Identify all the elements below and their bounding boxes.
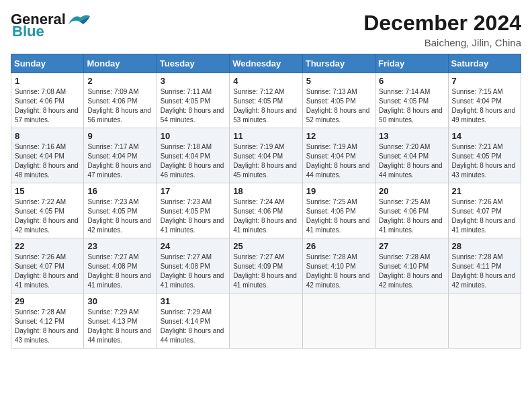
day-info: Sunrise: 7:13 AMSunset: 4:05 PMDaylight:…: [306, 87, 371, 125]
day-info: Sunrise: 7:25 AMSunset: 4:06 PMDaylight:…: [306, 197, 371, 235]
day-info: Sunrise: 7:16 AMSunset: 4:04 PMDaylight:…: [15, 142, 80, 180]
calendar-cell: 12Sunrise: 7:19 AMSunset: 4:04 PMDayligh…: [302, 128, 375, 183]
calendar-cell: 7Sunrise: 7:15 AMSunset: 4:04 PMDaylight…: [448, 73, 521, 128]
day-info: Sunrise: 7:23 AMSunset: 4:05 PMDaylight:…: [161, 197, 226, 235]
day-number: 20: [379, 186, 444, 196]
day-info: Sunrise: 7:26 AMSunset: 4:07 PMDaylight:…: [452, 197, 517, 235]
day-number: 2: [87, 76, 152, 86]
day-number: 12: [306, 131, 371, 141]
day-info: Sunrise: 7:29 AMSunset: 4:13 PMDaylight:…: [87, 308, 152, 345]
day-number: 18: [233, 186, 298, 196]
weekday-header-wednesday: Wednesday: [230, 54, 302, 73]
calendar-table: SundayMondayTuesdayWednesdayThursdayFrid…: [11, 54, 521, 349]
calendar-cell: 30Sunrise: 7:29 AMSunset: 4:13 PMDayligh…: [84, 293, 157, 349]
day-number: 22: [15, 241, 80, 251]
day-info: Sunrise: 7:14 AMSunset: 4:05 PMDaylight:…: [379, 87, 444, 125]
calendar-cell: 14Sunrise: 7:21 AMSunset: 4:05 PMDayligh…: [448, 128, 521, 183]
calendar-cell: 9Sunrise: 7:17 AMSunset: 4:04 PMDaylight…: [84, 128, 157, 183]
day-info: Sunrise: 7:25 AMSunset: 4:06 PMDaylight:…: [379, 197, 444, 235]
day-info: Sunrise: 7:27 AMSunset: 4:09 PMDaylight:…: [233, 253, 298, 290]
calendar-week-row: 15Sunrise: 7:22 AMSunset: 4:05 PMDayligh…: [11, 183, 521, 238]
calendar-cell: 16Sunrise: 7:23 AMSunset: 4:05 PMDayligh…: [84, 183, 157, 238]
title-block: December 2024 Baicheng, Jilin, China: [363, 11, 521, 48]
calendar-header-row: SundayMondayTuesdayWednesdayThursdayFrid…: [11, 54, 521, 73]
weekday-header-friday: Friday: [375, 54, 448, 73]
day-number: 31: [161, 296, 226, 306]
day-info: Sunrise: 7:15 AMSunset: 4:04 PMDaylight:…: [452, 87, 517, 125]
logo-text-blue: Blue: [12, 23, 44, 40]
day-info: Sunrise: 7:18 AMSunset: 4:04 PMDaylight:…: [161, 142, 226, 180]
calendar-cell: 1Sunrise: 7:08 AMSunset: 4:06 PMDaylight…: [11, 73, 84, 128]
day-number: 21: [452, 186, 517, 196]
calendar-cell: 17Sunrise: 7:23 AMSunset: 4:05 PMDayligh…: [157, 183, 229, 238]
logo: General Blue: [11, 11, 91, 40]
day-number: 27: [379, 241, 444, 251]
day-number: 7: [452, 76, 517, 86]
day-info: Sunrise: 7:28 AMSunset: 4:10 PMDaylight:…: [306, 253, 371, 290]
day-number: 11: [233, 131, 298, 141]
calendar-cell: 4Sunrise: 7:12 AMSunset: 4:05 PMDaylight…: [230, 73, 302, 128]
weekday-header-thursday: Thursday: [302, 54, 375, 73]
calendar-cell: [302, 293, 375, 349]
calendar-cell: [448, 293, 521, 349]
calendar-cell: 18Sunrise: 7:24 AMSunset: 4:06 PMDayligh…: [230, 183, 302, 238]
day-number: 26: [306, 241, 371, 251]
calendar-cell: 28Sunrise: 7:28 AMSunset: 4:11 PMDayligh…: [448, 238, 521, 293]
calendar-cell: 24Sunrise: 7:27 AMSunset: 4:08 PMDayligh…: [157, 238, 229, 293]
weekday-header-monday: Monday: [84, 54, 157, 73]
day-number: 5: [306, 76, 371, 86]
calendar-cell: 19Sunrise: 7:25 AMSunset: 4:06 PMDayligh…: [302, 183, 375, 238]
day-info: Sunrise: 7:23 AMSunset: 4:05 PMDaylight:…: [87, 197, 152, 235]
day-info: Sunrise: 7:27 AMSunset: 4:08 PMDaylight:…: [87, 253, 152, 290]
calendar-cell: 26Sunrise: 7:28 AMSunset: 4:10 PMDayligh…: [302, 238, 375, 293]
calendar-cell: 3Sunrise: 7:11 AMSunset: 4:05 PMDaylight…: [157, 73, 229, 128]
day-info: Sunrise: 7:11 AMSunset: 4:05 PMDaylight:…: [161, 87, 226, 125]
calendar-cell: 6Sunrise: 7:14 AMSunset: 4:05 PMDaylight…: [375, 73, 448, 128]
day-info: Sunrise: 7:21 AMSunset: 4:05 PMDaylight:…: [452, 142, 517, 180]
location-subtitle: Baicheng, Jilin, China: [363, 37, 521, 48]
calendar-cell: 2Sunrise: 7:09 AMSunset: 4:06 PMDaylight…: [84, 73, 157, 128]
calendar-cell: 5Sunrise: 7:13 AMSunset: 4:05 PMDaylight…: [302, 73, 375, 128]
day-info: Sunrise: 7:26 AMSunset: 4:07 PMDaylight:…: [15, 253, 80, 290]
day-number: 25: [233, 241, 298, 251]
logo-bird-icon: [67, 12, 91, 27]
day-info: Sunrise: 7:24 AMSunset: 4:06 PMDaylight:…: [233, 197, 298, 235]
calendar-cell: 29Sunrise: 7:28 AMSunset: 4:12 PMDayligh…: [11, 293, 84, 349]
day-number: 23: [87, 241, 152, 251]
calendar-cell: 21Sunrise: 7:26 AMSunset: 4:07 PMDayligh…: [448, 183, 521, 238]
calendar-cell: 27Sunrise: 7:28 AMSunset: 4:10 PMDayligh…: [375, 238, 448, 293]
day-info: Sunrise: 7:19 AMSunset: 4:04 PMDaylight:…: [306, 142, 371, 180]
calendar-body: 1Sunrise: 7:08 AMSunset: 4:06 PMDaylight…: [11, 73, 521, 349]
day-info: Sunrise: 7:17 AMSunset: 4:04 PMDaylight:…: [87, 142, 152, 180]
day-info: Sunrise: 7:28 AMSunset: 4:11 PMDaylight:…: [452, 253, 517, 290]
calendar-cell: 15Sunrise: 7:22 AMSunset: 4:05 PMDayligh…: [11, 183, 84, 238]
weekday-header-sunday: Sunday: [11, 54, 84, 73]
day-info: Sunrise: 7:09 AMSunset: 4:06 PMDaylight:…: [87, 87, 152, 125]
day-number: 30: [87, 296, 152, 306]
day-info: Sunrise: 7:20 AMSunset: 4:04 PMDaylight:…: [379, 142, 444, 180]
day-number: 24: [161, 241, 226, 251]
calendar-cell: [375, 293, 448, 349]
weekday-header-tuesday: Tuesday: [157, 54, 229, 73]
calendar-cell: 13Sunrise: 7:20 AMSunset: 4:04 PMDayligh…: [375, 128, 448, 183]
day-info: Sunrise: 7:27 AMSunset: 4:08 PMDaylight:…: [161, 253, 226, 290]
calendar-cell: 23Sunrise: 7:27 AMSunset: 4:08 PMDayligh…: [84, 238, 157, 293]
day-number: 9: [87, 131, 152, 141]
calendar-cell: 20Sunrise: 7:25 AMSunset: 4:06 PMDayligh…: [375, 183, 448, 238]
day-number: 6: [379, 76, 444, 86]
calendar-week-row: 29Sunrise: 7:28 AMSunset: 4:12 PMDayligh…: [11, 293, 521, 349]
calendar-week-row: 22Sunrise: 7:26 AMSunset: 4:07 PMDayligh…: [11, 238, 521, 293]
calendar-cell: 10Sunrise: 7:18 AMSunset: 4:04 PMDayligh…: [157, 128, 229, 183]
day-info: Sunrise: 7:22 AMSunset: 4:05 PMDaylight:…: [15, 197, 80, 235]
day-number: 3: [161, 76, 226, 86]
calendar-cell: 22Sunrise: 7:26 AMSunset: 4:07 PMDayligh…: [11, 238, 84, 293]
day-number: 1: [15, 76, 80, 86]
day-info: Sunrise: 7:08 AMSunset: 4:06 PMDaylight:…: [15, 87, 80, 125]
day-number: 19: [306, 186, 371, 196]
calendar-cell: 11Sunrise: 7:19 AMSunset: 4:04 PMDayligh…: [230, 128, 302, 183]
calendar-week-row: 8Sunrise: 7:16 AMSunset: 4:04 PMDaylight…: [11, 128, 521, 183]
day-info: Sunrise: 7:28 AMSunset: 4:12 PMDaylight:…: [15, 308, 80, 345]
month-year-title: December 2024: [363, 11, 521, 36]
calendar-cell: 25Sunrise: 7:27 AMSunset: 4:09 PMDayligh…: [230, 238, 302, 293]
page-header: General Blue December 2024 Baicheng, Jil…: [11, 11, 521, 48]
